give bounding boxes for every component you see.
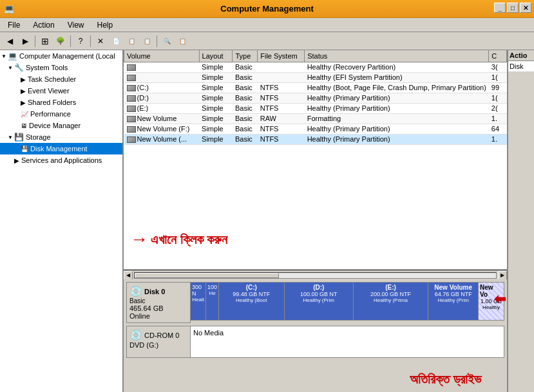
scroll-thumb[interactable] (135, 273, 279, 278)
table-row[interactable]: Simple Basic Healthy (EFI System Partiti… (124, 72, 507, 82)
show-hide-button[interactable]: ⊞ (38, 34, 52, 48)
tree-disk-management[interactable]: 💾 Disk Management (0, 143, 122, 154)
cdrom0-label: 💿 CD-ROM 0 DVD (G:) (126, 326, 191, 358)
cell-layout: Simple (199, 82, 233, 93)
tree-shared-folders[interactable]: ▶ Shared Folders (0, 97, 122, 108)
cell-volume: (C:) (124, 82, 200, 93)
tree-services[interactable]: ▶ Services and Applications (0, 154, 122, 166)
cell-fs: RAW (258, 113, 305, 124)
maximize-button[interactable]: □ (507, 3, 519, 13)
help-toolbar-button[interactable]: 📋 (175, 34, 189, 48)
tree-disk-management-label: Disk Management (30, 145, 88, 153)
back-button[interactable]: ◀ (3, 34, 17, 48)
toolbar-separator-2 (70, 35, 71, 47)
tree-storage[interactable]: ▼ 💾 Storage (0, 131, 122, 143)
table-row[interactable]: (E:) Simple Basic NTFS Healthy (Primary … (124, 103, 507, 113)
cell-fs (258, 72, 305, 82)
menu-action[interactable]: Action (28, 19, 59, 31)
action-disk-label[interactable]: Disk (508, 61, 534, 71)
title-bar: 💻 Computer Management _ □ ✕ (0, 0, 534, 18)
cell-cap: 1( (489, 93, 507, 103)
toolbar-separator-4 (157, 35, 157, 47)
table-row[interactable]: (D:) Simple Basic NTFS Healthy (Primary … (124, 93, 507, 103)
tree-root[interactable]: ▼ 💻 Computer Management (Local (0, 50, 122, 62)
cell-cap: 1. (489, 134, 507, 144)
scroll-track[interactable] (134, 272, 497, 279)
cell-status: Healthy (EFI System Partition) (305, 72, 489, 82)
properties-button[interactable]: 📄 (109, 34, 123, 48)
cdrom-icon: 💿 (129, 329, 142, 341)
cell-volume: (E:) (124, 103, 200, 113)
menu-help[interactable]: Help (92, 19, 119, 31)
export-button[interactable]: 📋 (140, 34, 154, 48)
cell-cap: 99 (489, 82, 507, 93)
close-button[interactable]: ✕ (520, 3, 531, 13)
scroll-right-button[interactable]: ▶ (498, 271, 507, 280)
cell-layout: Simple (199, 93, 233, 103)
refresh-button[interactable]: 📋 (124, 34, 138, 48)
question-button[interactable]: ? (73, 34, 88, 48)
table-row-new-volume-g[interactable]: New Volume (... Simple Basic NTFS Health… (124, 134, 507, 144)
col-status[interactable]: Status (305, 50, 489, 62)
tree-services-label: Services and Applications (21, 156, 102, 164)
tree-device-manager-label: Device Manager (29, 122, 81, 129)
tree-system-tools[interactable]: ▼ 🔧 System Tools (0, 62, 122, 73)
cell-status: Formatting (305, 113, 489, 124)
disk-layout-area: 💿 Disk 0 Basic 465.64 GB Online 300 N He… (124, 279, 507, 392)
table-row[interactable]: (C:) Simple Basic NTFS Healthy (Boot, Pa… (124, 82, 507, 93)
partition-d[interactable]: (D:) 100.00 GB NT Healthy (Prim (285, 283, 354, 320)
action-panel: Actio Disk (507, 50, 534, 392)
cdrom0-row: 💿 CD-ROM 0 DVD (G:) No Media (126, 326, 504, 358)
cell-type: Basic (233, 93, 258, 103)
partition-new-volume-f[interactable]: New Volume 64.76 GB NTF Healthy (Prim (428, 283, 479, 320)
partition-recovery[interactable]: 300 N Healt (191, 283, 206, 320)
partition-c[interactable]: (C:) 99.48 GB NTF Healthy (Boot (219, 283, 285, 320)
table-row-new-volume[interactable]: New Volume Simple Basic RAW Formatting 1… (124, 113, 507, 124)
partition-e[interactable]: (E:) 200.00 GB NTF Healthy (Prima (354, 283, 429, 320)
cell-status: Healthy (Primary Partition) (305, 134, 489, 144)
tree-performance-label: Performance (30, 110, 71, 118)
cell-type: Basic (233, 103, 258, 113)
disk0-label: 💿 Disk 0 Basic 465.64 GB Online (126, 282, 191, 323)
minimize-button[interactable]: _ (494, 3, 506, 13)
cell-fs: NTFS (258, 124, 305, 134)
cell-status: Healthy (Primary Partition) (305, 93, 489, 103)
col-fs[interactable]: File System (258, 50, 305, 62)
table-row[interactable]: New Volume (F:) Simple Basic NTFS Health… (124, 124, 507, 134)
tree-event-viewer[interactable]: ▶ Event Viewer (0, 85, 122, 97)
col-volume[interactable]: Volume (124, 50, 200, 62)
menu-file[interactable]: File (3, 19, 25, 31)
cell-status: Healthy (Primary Partition) (305, 103, 489, 113)
col-cap[interactable]: C (489, 50, 507, 62)
cell-fs: NTFS (258, 134, 305, 144)
cell-layout: Simple (199, 134, 233, 144)
new-button[interactable]: ✕ (93, 34, 108, 48)
find-button[interactable]: 🔍 (160, 34, 174, 48)
disk0-status: Online (129, 312, 187, 320)
forward-button[interactable]: ▶ (18, 34, 32, 48)
cell-volume (124, 72, 200, 82)
tree-performance[interactable]: 📈 Performance (0, 108, 122, 120)
arrow-left-icon: → (130, 229, 148, 250)
disk0-name: Disk 0 (144, 288, 165, 295)
cell-type: Basic (233, 124, 258, 134)
partition-efi[interactable]: 100 He (206, 283, 218, 320)
toolbar-separator-3 (90, 35, 91, 47)
col-type[interactable]: Type (233, 50, 258, 62)
table-row[interactable]: Simple Basic Healthy (Recovery Partition… (124, 62, 507, 72)
action-disk-text: Disk (510, 62, 523, 70)
tree-system-tools-label: System Tools (26, 64, 68, 71)
cell-type: Basic (233, 72, 258, 82)
tree-button[interactable]: 🌳 (53, 34, 68, 48)
tree-device-manager[interactable]: 🖥 Device Manager (0, 120, 122, 131)
cell-fs: NTFS (258, 82, 305, 93)
partition-new-volume-g[interactable]: New Vo 1.00 GB Healthy (479, 283, 504, 320)
menu-view[interactable]: View (62, 19, 90, 31)
cell-fs: NTFS (258, 103, 305, 113)
horizontal-scrollbar[interactable]: ◀ ▶ (124, 270, 507, 279)
scroll-left-button[interactable]: ◀ (124, 271, 133, 280)
toolbar: ◀ ▶ ⊞ 🌳 ? ✕ 📄 📋 📋 🔍 📋 (0, 32, 534, 50)
tree-task-scheduler[interactable]: ▶ Task Scheduler (0, 73, 122, 85)
cell-status: Healthy (Recovery Partition) (305, 62, 489, 72)
col-layout[interactable]: Layout (199, 50, 233, 62)
